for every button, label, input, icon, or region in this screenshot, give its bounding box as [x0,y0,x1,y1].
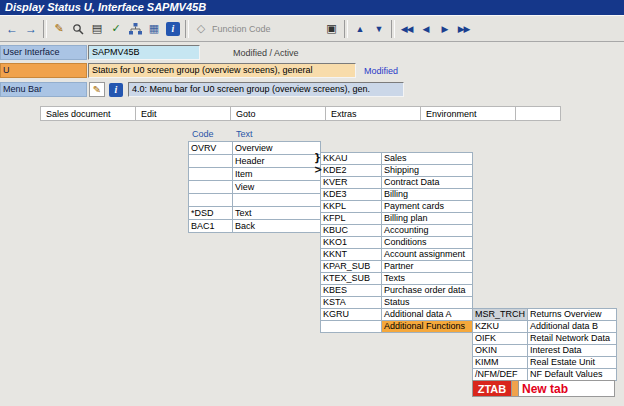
menu-entry-label[interactable]: Additional data A [382,309,473,321]
menu-entry-row[interactable]: KKO1 Conditions [321,237,473,249]
menu-title[interactable]: Sales document [40,106,136,121]
menu-entry-code[interactable]: OVRV [189,142,233,155]
menu-entry-label[interactable]: Billing [382,189,473,201]
menu-entry-label[interactable]: Sales [382,153,473,165]
menu-entry-code[interactable]: KTEX_SUB [321,273,382,285]
menu-entry-label[interactable]: View [233,181,321,194]
menu-entry-label[interactable]: Additional Functions [382,321,473,333]
menu-entry-code[interactable]: *DSD [189,207,233,220]
menu-entry-label[interactable]: Returns Overview [528,309,617,321]
menu-entry-row[interactable]: KKNT Account assignment [321,249,473,261]
menu-entry-label[interactable]: Billing plan [382,213,473,225]
menu-entry-code[interactable]: KZKU [473,321,528,333]
menu-entry-code[interactable]: KKPL [321,201,382,213]
menu-entry-label[interactable]: Item [233,168,321,181]
menu-entry-label[interactable] [233,194,321,207]
menu-entry-code[interactable]: OKIN [473,345,528,357]
next-status-icon[interactable]: ▶ [436,20,454,38]
menu-entry-code[interactable]: KFPL [321,213,382,225]
first-status-icon[interactable]: ◀◀ [398,20,416,38]
info-icon[interactable]: i [164,20,182,38]
menu-entry-row[interactable]: KZKU Additional data B [473,321,617,333]
menu-title-empty[interactable] [515,106,561,121]
menu-entry-row[interactable]: KKPL Payment cards [321,201,473,213]
ztab-label-cell[interactable]: New tab [519,380,615,397]
menu-entry-code[interactable]: KBES [321,285,382,297]
menu-entry-label[interactable]: Account assignment [382,249,473,261]
menu-entry-row[interactable]: OKIN Interest Data [473,345,617,357]
check-icon[interactable]: ✓ [107,20,125,38]
menu-entry-row[interactable]: KPAR_SUB Partner [321,261,473,273]
menu-entry-code[interactable] [189,155,233,168]
menu-entry-label[interactable]: Accounting [382,225,473,237]
copy-icon[interactable]: ▤ [88,20,106,38]
menu-entry-code[interactable] [189,181,233,194]
menu-title[interactable]: Goto [230,106,326,121]
menu-entry-code[interactable] [189,168,233,181]
menu-entry-code[interactable]: BAC1 [189,220,233,233]
previous-status-icon[interactable]: ◀ [417,20,435,38]
menu-entry-row[interactable]: Header [189,155,321,168]
menu-entry-code[interactable]: KDE3 [321,189,382,201]
menu-entry-row[interactable]: /NFM/DEF NF Default Values [473,369,617,381]
menu-entry-label[interactable]: Interest Data [528,345,617,357]
menu-entry-row[interactable]: View [189,181,321,194]
menu-entry-label[interactable]: Back [233,220,321,233]
menu-entry-code[interactable]: /NFM/DEF [473,369,528,381]
menu-entry-label[interactable]: Conditions [382,237,473,249]
menu-entry-code[interactable]: KKNT [321,249,382,261]
menu-entry-code[interactable]: KGRU [321,309,382,321]
table-icon[interactable]: ▦ [145,20,163,38]
menu-entry-code[interactable]: KKO1 [321,237,382,249]
menu-entry-row[interactable]: KSTA Status [321,297,473,309]
ztab-code-cell[interactable]: ZTAB [472,380,512,397]
menu-entry-label[interactable]: Retail Network Data [528,333,617,345]
sort-up-icon[interactable]: ▲ [351,20,369,38]
menu-entry-code[interactable]: KBUC [321,225,382,237]
menu-entry-row[interactable]: KFPL Billing plan [321,213,473,225]
menu-entry-label[interactable]: Shipping [382,165,473,177]
back-icon[interactable]: ← [3,20,21,38]
menu-entry-label[interactable]: Purchase order data [382,285,473,297]
menu-entry-row[interactable]: BAC1 Back [189,220,321,233]
menu-entry-label[interactable]: Partner [382,261,473,273]
status-name-field[interactable]: U [0,63,87,78]
sort-down-icon[interactable]: ▼ [370,20,388,38]
menu-entry-code[interactable]: OIFK [473,333,528,345]
ztab-row[interactable]: ZTAB New tab [472,380,615,397]
menu-entry-label[interactable]: Payment cards [382,201,473,213]
info-icon[interactable]: i [108,82,124,97]
menu-entry-label[interactable]: Overview [233,142,321,155]
menu-entry-label[interactable]: Contract Data [382,177,473,189]
menu-entry-code[interactable] [321,321,382,333]
menu-entry-code[interactable]: > KDE2 [321,165,382,177]
menu-entry-row[interactable]: OIFK Retail Network Data [473,333,617,345]
menu-entry-row[interactable]: KBES Purchase order data [321,285,473,297]
menu-entry-row[interactable] [189,194,321,207]
menu-title[interactable]: Extras [325,106,421,121]
status-description-field[interactable]: Status for U0 screen group (overview scr… [88,63,356,78]
menu-entry-row[interactable]: *DSD Text [189,207,321,220]
menu-entry-row[interactable]: KTEX_SUB Texts [321,273,473,285]
menu-title[interactable]: Environment [420,106,516,121]
forward-icon[interactable]: → [22,20,40,38]
menu-entry-row[interactable]: KBUC Accounting [321,225,473,237]
menu-entry-label[interactable]: Text [233,207,321,220]
hierarchy-icon[interactable] [126,20,144,38]
menu-entry-row[interactable]: Item [189,168,321,181]
user-interface-field[interactable]: SAPMV45B [88,45,200,60]
edit-page-icon[interactable]: ✎ [89,82,105,97]
menu-entry-row[interactable]: > KDE2 Shipping [321,165,473,177]
menu-entry-row[interactable]: } KKAU Sales [321,153,473,165]
menu-entry-code[interactable]: KVER [321,177,382,189]
menu-entry-label[interactable]: NF Default Values [528,369,617,381]
menu-entry-code[interactable]: KSTA [321,297,382,309]
search-icon[interactable] [69,20,87,38]
menu-entry-code[interactable]: KIMM [473,357,528,369]
menu-title[interactable]: Edit [135,106,231,121]
print-icon[interactable]: ▣ [323,20,341,38]
menu-entry-row[interactable]: KIMM Real Estate Unit [473,357,617,369]
menu-entry-label[interactable]: Header [233,155,321,168]
menu-entry-label[interactable]: Real Estate Unit [528,357,617,369]
last-status-icon[interactable]: ▶▶ [455,20,473,38]
